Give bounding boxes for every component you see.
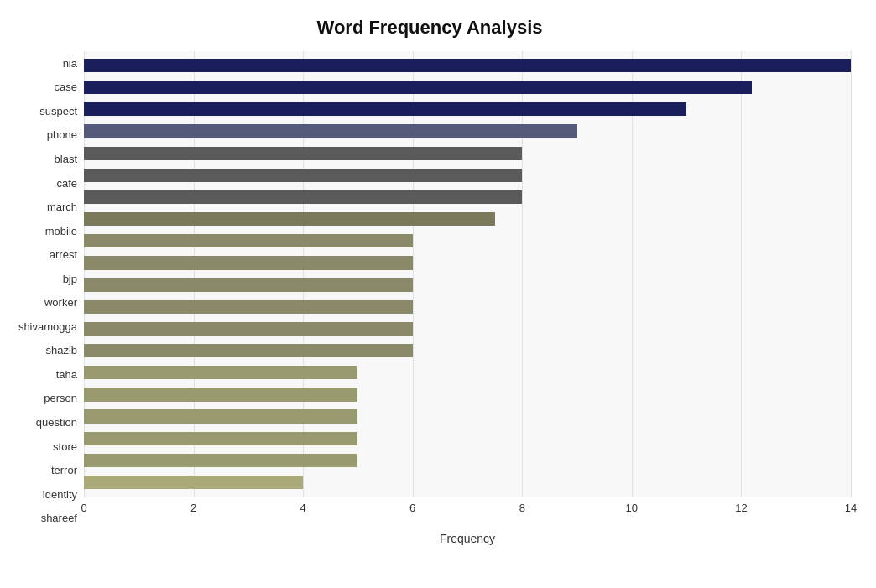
x-tick: 8 <box>519 502 525 514</box>
y-label: taha <box>56 369 77 380</box>
bar <box>84 256 413 269</box>
y-label: nia <box>63 58 77 69</box>
bar <box>84 278 413 292</box>
y-label: bjp <box>63 273 77 284</box>
chart-title: Word Frequency Analysis <box>8 17 851 39</box>
bar-row <box>84 428 851 450</box>
x-tick: 0 <box>81 502 86 514</box>
bars-and-x: Frequency 02468101214 <box>84 51 851 530</box>
x-tick: 12 <box>735 502 747 514</box>
bar <box>84 366 357 379</box>
y-label: suspect <box>39 106 77 117</box>
chart-area: niacasesuspectphoneblastcafemarchmobilea… <box>8 51 851 530</box>
y-label: march <box>47 201 77 212</box>
bar <box>84 59 851 72</box>
bar-row <box>84 230 851 252</box>
y-label: store <box>53 441 77 452</box>
bar <box>84 476 303 489</box>
bars-wrapper <box>84 51 851 497</box>
y-label: mobile <box>45 226 77 237</box>
y-label: worker <box>44 297 77 308</box>
bar-row <box>84 120 851 142</box>
y-axis-labels: niacasesuspectphoneblastcafemarchmobilea… <box>8 51 84 530</box>
bar <box>84 300 413 314</box>
bar <box>84 322 413 336</box>
bar <box>84 409 357 423</box>
y-label: arrest <box>50 249 77 260</box>
bar-row <box>84 318 851 340</box>
bar <box>84 147 522 160</box>
bar-row <box>84 76 851 98</box>
x-tick: 2 <box>190 502 196 514</box>
bar-row <box>84 164 851 186</box>
bar-row <box>84 252 851 273</box>
bar <box>84 432 357 445</box>
x-axis-label: Frequency <box>84 532 851 545</box>
x-tick: 14 <box>845 502 857 514</box>
bar-row <box>84 383 851 405</box>
grid-line <box>851 51 852 497</box>
bar <box>84 81 752 94</box>
bar-row <box>84 208 851 230</box>
y-label: identity <box>43 489 77 500</box>
y-label: shareef <box>41 513 77 523</box>
x-tick: 6 <box>409 502 415 514</box>
bar-row <box>84 406 851 428</box>
y-label: phone <box>47 129 77 140</box>
y-label: person <box>44 393 77 403</box>
bar <box>84 190 522 204</box>
y-label: terror <box>51 465 77 476</box>
bar <box>84 169 522 182</box>
bar <box>84 234 413 247</box>
bar <box>84 124 577 138</box>
bar-row <box>84 340 851 362</box>
bar-row <box>84 98 851 120</box>
bar-row <box>84 296 851 318</box>
bar-row <box>84 471 851 493</box>
y-label: shivamogga <box>18 321 77 332</box>
bar-row <box>84 274 851 296</box>
x-axis: Frequency 02468101214 <box>84 497 851 530</box>
bar-row <box>84 143 851 164</box>
bar-row <box>84 186 851 208</box>
bar <box>84 102 686 116</box>
y-label: question <box>36 417 77 428</box>
bar-row <box>84 450 851 471</box>
chart-container: Word Frequency Analysis niacasesuspectph… <box>0 0 876 588</box>
y-label: case <box>55 81 77 92</box>
y-label: cafe <box>56 178 77 189</box>
bar-row <box>84 55 851 76</box>
bar <box>84 344 413 357</box>
x-tick: 4 <box>300 502 306 514</box>
x-tick: 10 <box>626 502 638 514</box>
bar-row <box>84 362 851 383</box>
bar <box>84 454 357 467</box>
bars-section <box>84 51 851 497</box>
bar <box>84 212 495 226</box>
y-label: shazib <box>45 345 77 356</box>
bar <box>84 388 357 401</box>
y-label: blast <box>55 154 77 164</box>
